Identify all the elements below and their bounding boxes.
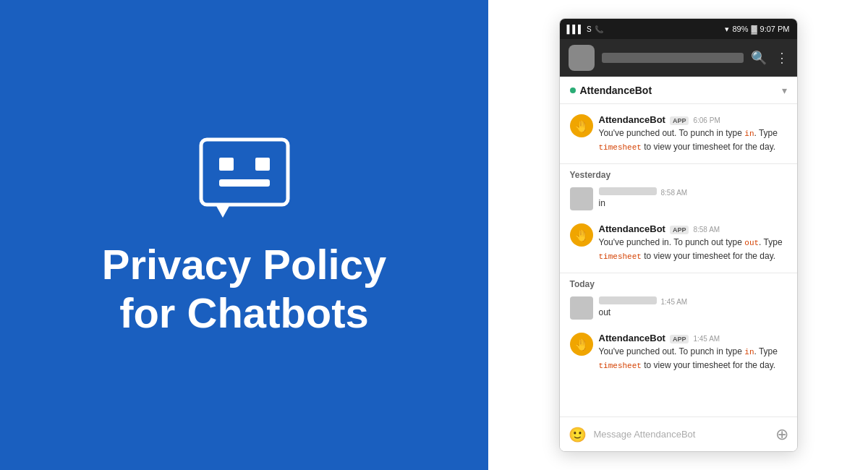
online-indicator	[570, 87, 576, 93]
search-icon[interactable]: 🔍	[751, 50, 767, 66]
user-avatar-2	[570, 296, 593, 320]
sender-name-1: AttendanceBot	[599, 114, 665, 125]
phone-mockup: ▌▌▌ S 📞 ▾ 89% ▓ 9:07 PM 🔍 ⋮ AttendanceBo	[559, 18, 798, 452]
svg-marker-4	[216, 205, 230, 218]
message-time-1: 6:06 PM	[693, 116, 720, 124]
message-group-4: 1:45 AM out	[560, 294, 797, 327]
user-message-1: 8:58 AM in	[570, 187, 787, 210]
message-time-5: 1:45 AM	[693, 335, 720, 343]
sender-name-2: AttendanceBot	[599, 223, 665, 234]
time-display: 9:07 PM	[760, 25, 790, 33]
message-content-3: AttendanceBot APP 8:58 AM You've punched…	[599, 223, 787, 262]
channel-name: AttendanceBot	[580, 85, 782, 96]
svg-rect-0	[201, 140, 288, 205]
bot-avatar-2: 🤚	[570, 223, 593, 247]
wifi-icon: ▾	[725, 25, 729, 34]
message-content-5: AttendanceBot APP 1:45 AM You've punched…	[599, 333, 787, 372]
message-header-3: AttendanceBot APP 8:58 AM	[599, 223, 787, 234]
message-time-4: 1:45 AM	[661, 298, 688, 306]
svg-rect-3	[219, 179, 270, 187]
app-name-blurred	[602, 53, 744, 63]
message-content-2: 8:58 AM in	[599, 187, 787, 208]
sender-name-3: AttendanceBot	[599, 333, 665, 343]
message-text-1: You've punched out. To punch in type in.…	[599, 127, 787, 153]
app-badge-2: APP	[670, 226, 689, 234]
status-bar-right: ▾ 89% ▓ 9:07 PM	[725, 25, 789, 34]
day-separator-yesterday: Yesterday	[560, 163, 797, 184]
message-text-3: You've punched out. To punch in type in.…	[599, 345, 787, 372]
bot-message-1: 🤚 AttendanceBot APP 6:06 PM You've punch…	[570, 114, 787, 153]
bot-avatar-1: 🤚	[570, 114, 593, 137]
chatbot-icon	[194, 132, 295, 219]
svg-rect-2	[255, 158, 270, 171]
user-message-2: 1:45 AM out	[570, 296, 787, 320]
emoji-button[interactable]: 🙂	[569, 426, 587, 443]
message-time-2: 8:58 AM	[661, 189, 688, 197]
message-header-1: AttendanceBot APP 6:06 PM	[599, 114, 787, 125]
bot-message-3: 🤚 AttendanceBot APP 1:45 AM You've punch…	[570, 333, 787, 372]
message-header-5: AttendanceBot APP 1:45 AM	[599, 333, 787, 343]
message-time-3: 8:58 AM	[693, 226, 720, 234]
app-avatar	[569, 45, 595, 71]
status-bar: ▌▌▌ S 📞 ▾ 89% ▓ 9:07 PM	[560, 19, 797, 39]
message-content-4: 1:45 AM out	[599, 296, 787, 317]
more-options-icon[interactable]: ⋮	[775, 50, 788, 66]
user-message-text-2: out	[599, 307, 787, 317]
page-title: Privacy Policy for Chatbots	[102, 241, 386, 337]
battery-percent: 89%	[732, 25, 748, 33]
app-header: 🔍 ⋮	[560, 39, 797, 77]
day-separator-today: Today	[560, 273, 797, 294]
status-bar-left: ▌▌▌ S 📞	[567, 25, 603, 33]
sender-name-blurred-2	[599, 296, 657, 304]
user-message-text-1: in	[599, 198, 787, 208]
message-group-3: 🤚 AttendanceBot APP 8:58 AM You've punch…	[560, 221, 797, 270]
left-panel-content: Privacy Policy for Chatbots	[102, 132, 386, 337]
app-badge-3: APP	[670, 335, 689, 343]
network-icon: S	[587, 25, 592, 33]
messages-area: 🤚 AttendanceBot APP 6:06 PM You've punch…	[560, 104, 797, 416]
battery-icon: ▓	[752, 25, 757, 33]
sender-name-blurred-1	[599, 187, 657, 195]
right-panel: ▌▌▌ S 📞 ▾ 89% ▓ 9:07 PM 🔍 ⋮ AttendanceBo	[488, 0, 868, 470]
add-attachment-button[interactable]: ⊕	[775, 425, 788, 444]
bot-message-2: 🤚 AttendanceBot APP 8:58 AM You've punch…	[570, 223, 787, 262]
svg-rect-1	[219, 158, 234, 171]
message-content-1: AttendanceBot APP 6:06 PM You've punched…	[599, 114, 787, 153]
input-bar: 🙂 Message AttendanceBot ⊕	[560, 416, 797, 451]
call-icon: 📞	[595, 25, 603, 33]
header-icons: 🔍 ⋮	[751, 50, 788, 66]
message-header-2: 8:58 AM	[599, 187, 787, 197]
message-header-4: 1:45 AM	[599, 296, 787, 306]
message-group-5: 🤚 AttendanceBot APP 1:45 AM You've punch…	[560, 330, 797, 379]
user-avatar-1	[570, 187, 593, 210]
message-group-1: 🤚 AttendanceBot APP 6:06 PM You've punch…	[560, 111, 797, 161]
bot-avatar-3: 🤚	[570, 333, 593, 356]
signal-icon: ▌▌▌	[567, 25, 584, 33]
message-group-2: 8:58 AM in	[560, 184, 797, 218]
message-text-2: You've punched in. To punch out type out…	[599, 236, 787, 262]
app-badge-1: APP	[670, 116, 689, 125]
message-input-placeholder[interactable]: Message AttendanceBot	[594, 429, 768, 440]
channel-header: AttendanceBot ▾	[560, 77, 797, 104]
left-panel: Privacy Policy for Chatbots	[0, 0, 488, 470]
chevron-down-icon[interactable]: ▾	[782, 85, 787, 96]
